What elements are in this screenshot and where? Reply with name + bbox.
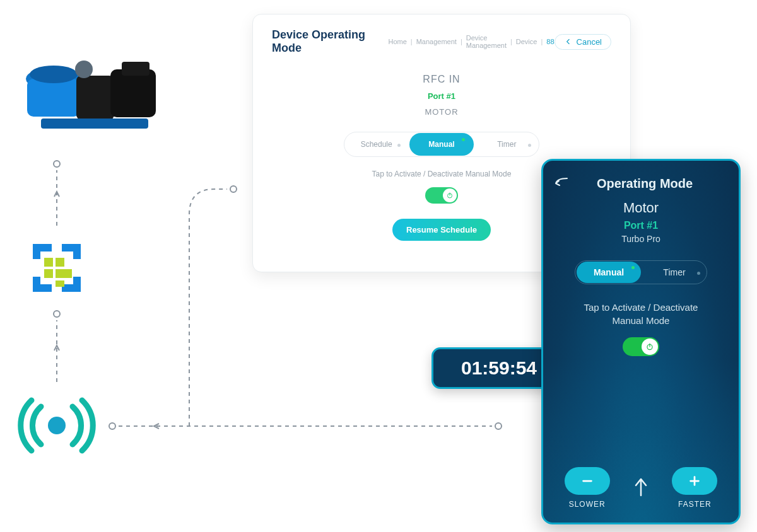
broadcast-logo <box>13 391 101 460</box>
manual-mode-toggle[interactable] <box>425 187 458 204</box>
svg-rect-11 <box>56 269 72 278</box>
page-title: Device Operating Mode <box>272 28 377 55</box>
mobile-tap-line2: Manual Mode <box>613 315 670 326</box>
mobile-tap-line1: Tap to Activate / Deactivate <box>584 302 698 313</box>
svg-point-6 <box>75 61 93 78</box>
svg-point-2 <box>30 66 78 83</box>
svg-point-16 <box>54 311 60 317</box>
svg-rect-9 <box>56 258 64 267</box>
svg-rect-8 <box>44 258 53 267</box>
svg-point-14 <box>54 161 60 167</box>
device-type-label: MOTOR <box>272 107 611 117</box>
mode-segment: Schedule Manual Timer <box>344 132 539 157</box>
mobile-device-type: Motor <box>553 200 729 216</box>
arrow-up-icon <box>632 477 650 497</box>
cancel-label: Cancel <box>577 37 602 47</box>
svg-rect-3 <box>76 76 114 120</box>
breadcrumb: Home| Management| Device Management| Dev… <box>388 34 554 49</box>
gateway-logo <box>22 233 91 303</box>
slower-label: SLOWER <box>565 500 610 509</box>
pump-image <box>10 38 173 145</box>
breadcrumb-item[interactable]: Home <box>388 38 406 45</box>
mobile-port: Port #1 <box>553 220 729 231</box>
breadcrumb-item[interactable]: Device Management <box>466 34 507 49</box>
svg-point-19 <box>495 423 502 429</box>
speed-up-arrow[interactable] <box>632 477 650 499</box>
toggle-knob <box>443 188 457 202</box>
timer-value: 01:59:54 <box>461 357 537 379</box>
resume-label: Resume Schedule <box>406 225 477 234</box>
segment-schedule[interactable]: Schedule <box>344 140 408 149</box>
mobile-subtitle: Turbo Pro <box>553 234 729 244</box>
cancel-button[interactable]: Cancel <box>555 34 611 50</box>
indicator-dot <box>631 266 635 269</box>
indicator-dot <box>397 144 401 147</box>
faster-button[interactable] <box>672 467 717 495</box>
mobile-segment-timer-label: Timer <box>663 267 685 277</box>
slower-button[interactable] <box>565 467 610 495</box>
power-icon <box>446 192 454 199</box>
breadcrumb-item[interactable]: Management <box>416 38 457 45</box>
svg-point-18 <box>109 423 115 429</box>
port-label: Port #1 <box>272 91 611 101</box>
mobile-operating-mode-card: Operating Mode Motor Port #1 Turbo Pro M… <box>541 159 741 524</box>
mobile-segment-manual[interactable]: Manual <box>577 262 641 283</box>
indicator-dot <box>528 144 531 147</box>
svg-rect-1 <box>27 79 80 117</box>
mobile-segment-timer[interactable]: Timer <box>642 267 707 277</box>
mobile-mode-segment: Manual Timer <box>575 260 707 284</box>
power-icon <box>645 342 654 351</box>
indicator-dot <box>462 138 465 141</box>
svg-rect-10 <box>44 269 53 278</box>
segment-schedule-label: Schedule <box>361 140 392 149</box>
toggle-knob <box>642 338 658 355</box>
svg-point-20 <box>230 186 237 192</box>
svg-rect-4 <box>110 69 156 117</box>
segment-timer[interactable]: Timer <box>475 140 539 149</box>
minus-icon <box>580 474 594 488</box>
mobile-segment-manual-label: Manual <box>594 267 624 277</box>
rfc-label: RFC IN <box>272 74 611 85</box>
segment-manual[interactable]: Manual <box>409 133 473 156</box>
svg-rect-5 <box>122 62 150 76</box>
mobile-tap-instruction: Tap to Activate / Deactivate Manual Mode <box>553 301 729 327</box>
arrow-left-icon <box>564 37 573 46</box>
broadcast-icon <box>16 394 98 457</box>
mobile-manual-mode-toggle[interactable] <box>623 337 659 356</box>
resume-schedule-button[interactable]: Resume Schedule <box>392 219 491 241</box>
segment-timer-label: Timer <box>497 140 516 149</box>
gateway-icon <box>25 236 88 299</box>
indicator-dot <box>697 272 700 275</box>
breadcrumb-item-current: 88 <box>546 38 554 45</box>
segment-manual-label: Manual <box>428 140 454 149</box>
svg-point-13 <box>48 417 66 434</box>
mobile-title: Operating Mode <box>561 176 729 191</box>
pump-icon <box>16 44 167 139</box>
svg-rect-7 <box>41 119 148 129</box>
breadcrumb-item[interactable]: Device <box>516 38 537 45</box>
svg-rect-12 <box>56 280 64 287</box>
faster-label: FASTER <box>672 500 717 509</box>
plus-icon <box>688 474 701 488</box>
